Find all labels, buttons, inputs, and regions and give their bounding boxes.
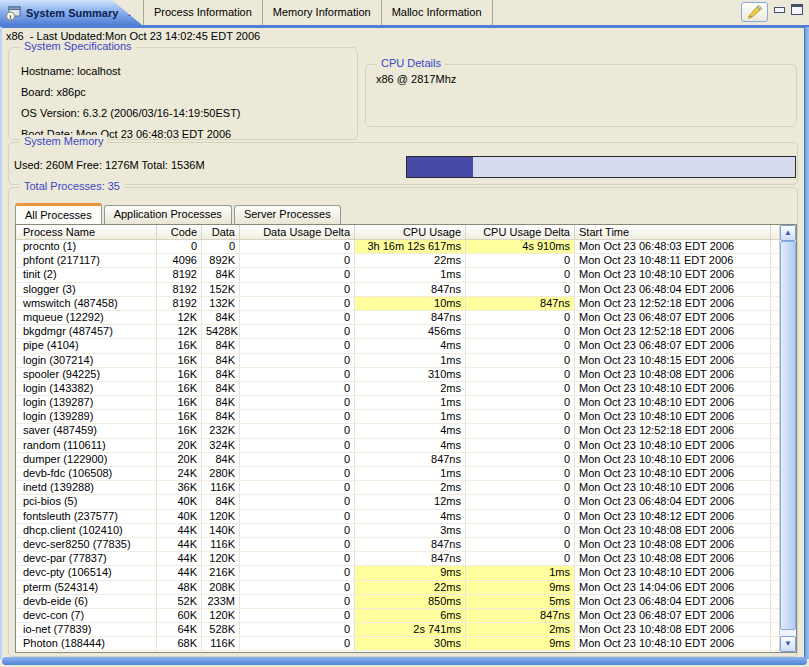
cell: Mon Oct 23 10:48:08 EDT 2006 — [575, 538, 771, 551]
cell: inetd (139288) — [16, 481, 157, 494]
cell: 1ms — [355, 410, 466, 423]
window-left-border — [0, 27, 2, 659]
process-table-main: Process NameCodeDataData Usage DeltaCPU … — [16, 225, 779, 652]
table-row[interactable]: slogger (3)8192152K0847ns0Mon Oct 23 06:… — [16, 283, 779, 297]
table-row[interactable]: pterm (524314)48K208K022ms9msMon Oct 23 … — [16, 581, 779, 595]
table-row[interactable]: random (110611)20K324K04ms0Mon Oct 23 10… — [16, 439, 779, 453]
minimize-icon[interactable] — [774, 4, 785, 13]
process-table-body: procnto (1)0003h 16m 12s 617ms4s 910msMo… — [16, 240, 779, 652]
table-row[interactable]: bkgdmgr (487457)12K5428K0456ms0Mon Oct 2… — [16, 325, 779, 339]
cell: 0 — [240, 382, 355, 395]
cell: 24K — [157, 467, 202, 480]
cell-filler — [771, 254, 779, 267]
table-row[interactable]: procnto (1)0003h 16m 12s 617ms4s 910msMo… — [16, 240, 779, 254]
cell: 4ms — [355, 424, 466, 437]
tab-all-processes[interactable]: All Processes — [15, 203, 102, 224]
table-row[interactable]: pipe (4104)16K84K04ms0Mon Oct 23 06:48:0… — [16, 339, 779, 353]
table-row[interactable]: login (143382)16K84K02ms0Mon Oct 23 10:4… — [16, 382, 779, 396]
table-row[interactable]: Photon (188444)68K116K030ms9msMon Oct 23… — [16, 637, 779, 651]
table-row[interactable]: login (139287)16K84K01ms0Mon Oct 23 10:4… — [16, 396, 779, 410]
tab-server-processes[interactable]: Server Processes — [234, 205, 341, 224]
column-header[interactable]: CPU Usage Delta — [466, 225, 575, 239]
tab-application-processes[interactable]: Application Processes — [104, 205, 232, 224]
cell: 0 — [466, 424, 575, 437]
cell: 1ms — [355, 354, 466, 367]
active-view-underline — [0, 25, 809, 28]
cell: 16K — [157, 396, 202, 409]
cell: 60K — [157, 609, 202, 622]
cell: Mon Oct 23 10:48:10 EDT 2006 — [575, 439, 771, 452]
cell: 116K — [202, 637, 240, 650]
system-memory-group: System Memory Used: 260M Free: 1276M Tot… — [8, 142, 798, 185]
cell: 0 — [466, 339, 575, 352]
scroll-up-button[interactable]: ▲ — [780, 225, 796, 241]
table-row[interactable]: devc-par (77837)44K120K0847ns0Mon Oct 23… — [16, 552, 779, 566]
table-row[interactable]: wmswitch (487458)8192132K010ms847nsMon O… — [16, 297, 779, 311]
scroll-down-button[interactable]: ▼ — [780, 636, 796, 652]
table-row[interactable]: tinit (2)819284K01ms0Mon Oct 23 10:48:10… — [16, 268, 779, 282]
highlighter-pen-button[interactable] — [741, 2, 768, 22]
vertical-scrollbar[interactable]: ▲ ▼ — [779, 225, 796, 652]
table-row[interactable]: dhcp.client (102410)44K140K03ms0Mon Oct … — [16, 524, 779, 538]
table-row[interactable]: fontsleuth (237577)40K120K04ms0Mon Oct 2… — [16, 510, 779, 524]
cell: 0 — [240, 410, 355, 423]
table-row[interactable]: devc-con (7)60K120K06ms847nsMon Oct 23 0… — [16, 609, 779, 623]
tab-process-information[interactable]: Process Information — [143, 0, 263, 25]
cell: Mon Oct 23 10:48:08 EDT 2006 — [575, 524, 771, 537]
cell: Photon (188444) — [16, 637, 157, 650]
table-row[interactable]: devb-eide (6)52K233M0850ms5msMon Oct 23 … — [16, 595, 779, 609]
table-row[interactable]: inetd (139288)36K116K02ms0Mon Oct 23 10:… — [16, 481, 779, 495]
table-row[interactable]: saver (487459)16K232K04ms0Mon Oct 23 12:… — [16, 424, 779, 438]
cell: 84K — [202, 410, 240, 423]
cell: 0 — [466, 254, 575, 267]
column-header[interactable]: Start Time — [575, 225, 771, 239]
system-summary-view-icon: i — [5, 5, 21, 21]
cell: 0 — [240, 339, 355, 352]
cell: 84K — [202, 453, 240, 466]
table-row[interactable]: devc-pty (106514)44K216K09ms1msMon Oct 2… — [16, 566, 779, 580]
table-row[interactable]: devc-ser8250 (77835)44K116K0847ns0Mon Oc… — [16, 538, 779, 552]
cell: devb-eide (6) — [16, 595, 157, 608]
tab-memory-information[interactable]: Memory Information — [263, 0, 382, 25]
cell: 22ms — [355, 581, 466, 594]
cell: 22ms — [355, 254, 466, 267]
view-toolbar — [741, 2, 803, 22]
column-header[interactable]: CPU Usage — [355, 225, 466, 239]
table-row[interactable]: io-net (77839)64K528K02s 741ms2msMon Oct… — [16, 623, 779, 637]
table-row[interactable]: phfont (217117)4096892K022ms0Mon Oct 23 … — [16, 254, 779, 268]
column-header[interactable]: Data Usage Delta — [240, 225, 355, 239]
cell: Mon Oct 23 10:48:15 EDT 2006 — [575, 354, 771, 367]
column-header[interactable]: Code — [157, 225, 202, 239]
cell: Mon Oct 23 12:52:18 EDT 2006 — [575, 297, 771, 310]
scrollbar-thumb[interactable] — [780, 241, 796, 630]
cpu-details-group: CPU Details x86 @ 2817Mhz — [365, 64, 797, 127]
cell: 0 — [240, 623, 355, 636]
cell: 16K — [157, 410, 202, 423]
cell: 0 — [240, 439, 355, 452]
column-header[interactable]: Process Name — [16, 225, 157, 239]
cell-filler — [771, 566, 779, 579]
cell-filler — [771, 268, 779, 281]
table-row[interactable]: pci-bios (5)40K84K012ms0Mon Oct 23 06:48… — [16, 495, 779, 509]
column-header[interactable]: Data — [202, 225, 240, 239]
table-row[interactable]: spooler (94225)16K84K0310ms0Mon Oct 23 1… — [16, 368, 779, 382]
cell: 0 — [466, 354, 575, 367]
cell: Mon Oct 23 10:48:10 EDT 2006 — [575, 382, 771, 395]
tab-system-summary[interactable]: i System Summary ✕ — [0, 0, 142, 25]
cell: Mon Oct 23 14:04:06 EDT 2006 — [575, 581, 771, 594]
cell: 52K — [157, 595, 202, 608]
close-icon[interactable]: ✕ — [127, 6, 137, 20]
table-row[interactable]: login (139289)16K84K01ms0Mon Oct 23 10:4… — [16, 410, 779, 424]
table-row[interactable]: devb-fdc (106508)24K280K01ms0Mon Oct 23 … — [16, 467, 779, 481]
table-row[interactable]: login (307214)16K84K01ms0Mon Oct 23 10:4… — [16, 354, 779, 368]
cell: tinit (2) — [16, 268, 157, 281]
cell: 0 — [466, 396, 575, 409]
tab-malloc-information[interactable]: Malloc Information — [382, 0, 493, 25]
maximize-icon[interactable] — [791, 4, 803, 15]
cell-filler — [771, 524, 779, 537]
table-row[interactable]: mqueue (12292)12K84K0847ns0Mon Oct 23 06… — [16, 311, 779, 325]
cell: pterm (524314) — [16, 581, 157, 594]
cell: 120K — [202, 552, 240, 565]
cell: 120K — [202, 510, 240, 523]
table-row[interactable]: dumper (122900)20K84K0847ns0Mon Oct 23 1… — [16, 453, 779, 467]
